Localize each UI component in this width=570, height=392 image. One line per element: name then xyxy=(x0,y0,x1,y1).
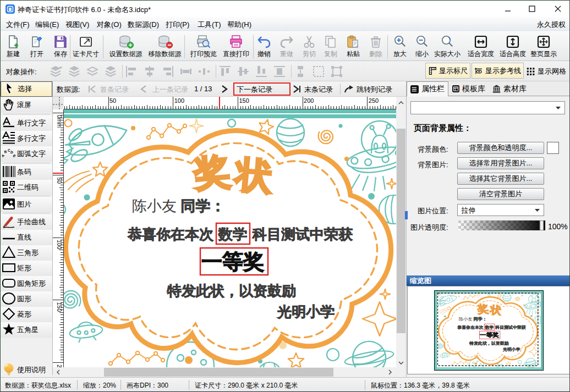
svg-text:250: 250 xyxy=(369,97,379,104)
svg-text:E: E xyxy=(12,153,16,158)
svg-text:50: 50 xyxy=(109,97,116,104)
svg-text:D: D xyxy=(10,150,14,154)
svg-text:科目测试中荣获: 科目测试中荣获 xyxy=(252,226,353,242)
svg-text:特发此状，以资鼓励: 特发此状，以资鼓励 xyxy=(469,341,508,346)
svg-text:150: 150 xyxy=(56,302,63,312)
svg-text:特发此状，以资鼓励: 特发此状，以资鼓励 xyxy=(167,283,296,299)
svg-text:200: 200 xyxy=(304,97,314,104)
svg-text:陈小友 同学：: 陈小友 同学： xyxy=(459,317,487,322)
svg-text:一等奖: 一等奖 xyxy=(480,332,499,338)
svg-text:科目测试中荣获: 科目测试中荣获 xyxy=(495,325,526,330)
svg-text:恭喜你在本次: 恭喜你在本次 xyxy=(127,226,214,242)
svg-text:一等奖: 一等奖 xyxy=(201,250,264,273)
svg-text:恭喜你在本次: 恭喜你在本次 xyxy=(457,325,484,330)
svg-text:陈小友 同学：: 陈小友 同学： xyxy=(132,198,226,214)
svg-text:0mm: 0mm xyxy=(56,115,63,128)
svg-text:150: 150 xyxy=(239,97,249,104)
svg-text:B: B xyxy=(3,149,7,153)
svg-text:100: 100 xyxy=(174,97,184,104)
svg-text:数学: 数学 xyxy=(218,226,247,242)
svg-text:光明小学: 光明小学 xyxy=(277,303,335,320)
svg-text:数学: 数学 xyxy=(484,325,494,330)
svg-text:光明小学: 光明小学 xyxy=(502,347,520,352)
svg-text:100: 100 xyxy=(56,240,63,250)
